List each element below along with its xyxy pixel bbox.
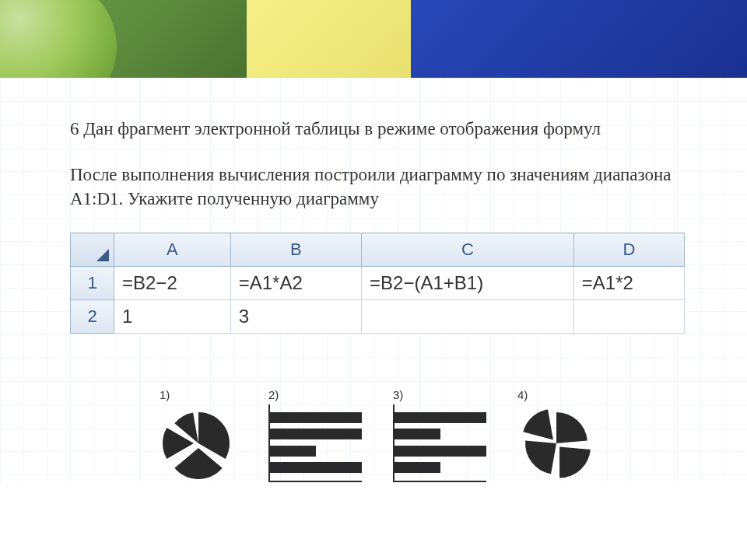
option-2-label: 2) <box>268 388 279 401</box>
col-header-b[interactable]: B <box>230 233 361 267</box>
cell-a1[interactable]: =B2−2 <box>114 267 231 300</box>
option-4-label: 4) <box>517 388 528 401</box>
select-all-corner[interactable] <box>71 233 114 267</box>
spreadsheet-table: A B C D 1 =B2−2 =A1*A2 =B2−(A1+B1) =A1*2… <box>70 233 685 334</box>
banner-green <box>0 0 247 78</box>
cell-a2[interactable]: 1 <box>114 300 231 334</box>
pie-chart-icon <box>160 404 237 482</box>
option-4[interactable]: 4) <box>517 388 595 482</box>
banner-yellow <box>247 0 411 78</box>
table-row: 1 =B2−2 =A1*A2 =B2−(A1+B1) =A1*2 <box>71 267 685 300</box>
row-header-2[interactable]: 2 <box>71 300 114 334</box>
col-header-c[interactable]: C <box>362 233 574 267</box>
cell-c1[interactable]: =B2−(A1+B1) <box>362 267 574 300</box>
question-number: 6 <box>70 119 79 138</box>
table-row: 2 1 3 <box>71 300 685 334</box>
col-header-a[interactable]: A <box>114 233 231 267</box>
decorative-banner <box>0 0 747 78</box>
question-title: 6 Дан фрагмент электронной таблицы в реж… <box>70 117 685 141</box>
option-2[interactable]: 2) <box>268 388 362 482</box>
answer-options: 1) 2) 3) 4) <box>70 388 685 482</box>
option-3-label: 3) <box>393 388 403 401</box>
cell-b2[interactable]: 3 <box>230 300 361 334</box>
pie-chart-icon <box>517 404 595 482</box>
question-subtitle: После выполнения вычисления построили ди… <box>70 163 685 211</box>
col-header-d[interactable]: D <box>573 233 684 267</box>
option-1[interactable]: 1) <box>160 388 237 482</box>
banner-blue <box>411 0 747 78</box>
cell-c2[interactable] <box>362 300 574 334</box>
cell-d2[interactable] <box>573 300 684 334</box>
option-1-label: 1) <box>160 388 170 401</box>
bar-chart-icon <box>393 404 486 482</box>
question-text: Дан фрагмент электронной таблицы в режим… <box>83 119 601 138</box>
cell-d1[interactable]: =A1*2 <box>573 267 684 300</box>
option-3[interactable]: 3) <box>393 388 486 482</box>
bar-chart-icon <box>268 404 362 482</box>
row-header-1[interactable]: 1 <box>71 267 114 300</box>
cell-b1[interactable]: =A1*A2 <box>230 267 361 300</box>
